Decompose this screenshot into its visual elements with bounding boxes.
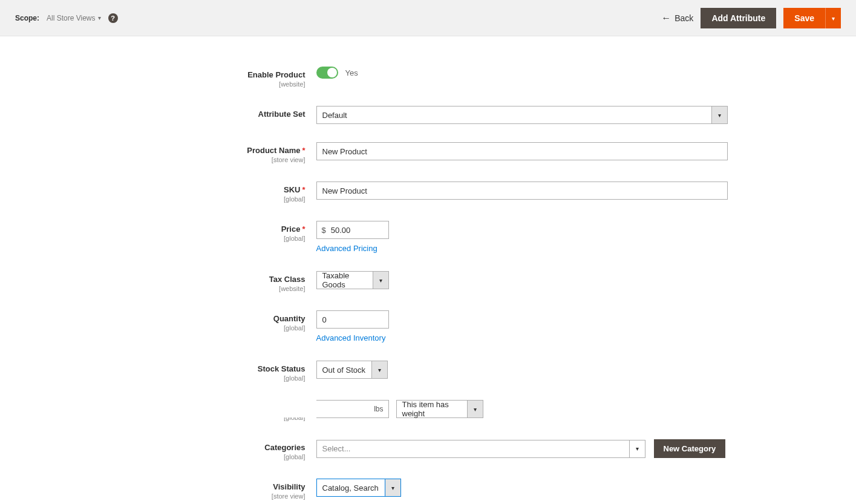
weight-unit: lbs (369, 405, 388, 413)
label-text: SKU (284, 185, 300, 194)
top-toolbar: Scope: All Store Views ? Back Add Attrib… (0, 0, 856, 36)
row-price: Price* [global] $ Advanced Pricing (123, 221, 734, 253)
row-tax-class: Tax Class [website] Taxable Goods (123, 271, 734, 292)
label-sub: [global] (123, 324, 305, 332)
price-input[interactable] (331, 221, 373, 238)
add-attribute-button[interactable]: Add Attribute (701, 8, 776, 28)
row-quantity: Quantity [global] Advanced Inventory (123, 310, 734, 342)
row-stock-status: Stock Status [global] Out of Stock (123, 361, 734, 382)
label-enable-product: Enable Product [website] (123, 67, 316, 88)
sku-input[interactable] (316, 182, 728, 200)
enable-product-state: Yes (345, 68, 358, 77)
label-text: Quantity (273, 314, 305, 323)
quantity-input[interactable] (316, 310, 389, 329)
label-sub: [store view] (123, 493, 305, 500)
label-sub: [website] (123, 285, 305, 292)
required-mark: * (302, 224, 305, 234)
select-value: This item has weight (397, 401, 467, 417)
label-text: Attribute Set (258, 110, 305, 119)
label-sub: [global] (123, 195, 305, 203)
advanced-inventory-link[interactable]: Advanced Inventory (316, 333, 386, 342)
select-value: Catalog, Search (317, 479, 385, 496)
label-text: Price (281, 224, 301, 234)
select-value: Taxable Goods (317, 272, 373, 289)
save-button-group: Save (783, 8, 841, 28)
label-sku: SKU* [global] (123, 182, 316, 203)
chevron-down-icon[interactable] (629, 440, 645, 457)
help-icon[interactable]: ? (108, 13, 118, 23)
tax-class-select[interactable]: Taxable Goods (316, 271, 389, 289)
back-button[interactable]: Back (661, 13, 693, 24)
weight-type-select[interactable]: This item has weight (396, 400, 483, 418)
select-value: Out of Stock (317, 361, 371, 378)
label-price: Price* [global] (123, 221, 316, 242)
label-text: Product Name (247, 146, 300, 155)
label-sub: [website] (123, 80, 305, 88)
scope-label: Scope: (15, 14, 39, 22)
select-placeholder: Select... (317, 440, 629, 457)
row-sku: SKU* [global] (123, 182, 734, 203)
label-sub: [store view] (123, 156, 305, 163)
price-input-wrap: $ (316, 221, 389, 239)
attribute-set-select[interactable]: Default (316, 106, 728, 124)
label-sub: [global] (123, 375, 305, 382)
chevron-down-icon[interactable] (371, 361, 387, 378)
chevron-down-icon[interactable] (385, 479, 400, 496)
scope-select[interactable]: All Store Views (47, 14, 100, 22)
chevron-down-icon[interactable] (373, 272, 388, 289)
new-category-button[interactable]: New Category (654, 439, 726, 458)
currency-symbol: $ (317, 226, 331, 235)
enable-product-toggle[interactable] (316, 67, 338, 79)
label-text: Stock Status (258, 364, 305, 373)
chevron-down-icon[interactable] (467, 401, 483, 417)
required-mark: * (302, 185, 305, 194)
weight-input[interactable] (260, 401, 369, 417)
stock-status-select[interactable]: Out of Stock (316, 361, 388, 379)
save-button[interactable]: Save (783, 8, 825, 28)
toolbar-right: Back Add Attribute Save (661, 8, 841, 28)
product-form: Enable Product [website] Yes Attribute S… (111, 67, 746, 504)
label-visibility: Visibility [store view] (123, 479, 316, 500)
row-categories: Categories [global] Select... New Catego… (123, 439, 734, 460)
categories-select[interactable]: Select... (316, 440, 645, 458)
row-attribute-set: Attribute Set Default (123, 106, 734, 124)
label-tax-class: Tax Class [website] (123, 271, 316, 292)
save-dropdown-toggle[interactable] (825, 8, 841, 28)
label-product-name: Product Name* [store view] (123, 142, 316, 163)
label-stock-status: Stock Status [global] (123, 361, 316, 382)
row-enable-product: Enable Product [website] Yes (123, 67, 734, 88)
row-visibility: Visibility [store view] Catalog, Search (123, 479, 734, 500)
label-quantity: Quantity [global] (123, 310, 316, 332)
label-categories: Categories [global] (123, 439, 316, 460)
chevron-down-icon[interactable] (711, 106, 727, 123)
label-sub: [global] (123, 453, 305, 460)
label-text: Categories (264, 443, 305, 452)
product-name-input[interactable] (316, 142, 728, 160)
label-text: Tax Class (269, 275, 305, 284)
label-attribute-set: Attribute Set (123, 106, 316, 119)
row-product-name: Product Name* [store view] (123, 142, 734, 163)
weight-input-wrap: lbs (316, 400, 389, 418)
visibility-select[interactable]: Catalog, Search (316, 479, 401, 497)
label-text: Enable Product (247, 70, 305, 79)
advanced-pricing-link[interactable]: Advanced Pricing (316, 244, 377, 253)
toolbar-left: Scope: All Store Views ? (15, 13, 118, 23)
select-value: Default (317, 106, 711, 123)
label-text: Visibility (273, 482, 305, 491)
row-weight: Weight [global] lbs This item has weight (123, 400, 734, 421)
label-sub: [global] (123, 235, 305, 242)
required-mark: * (302, 146, 305, 155)
